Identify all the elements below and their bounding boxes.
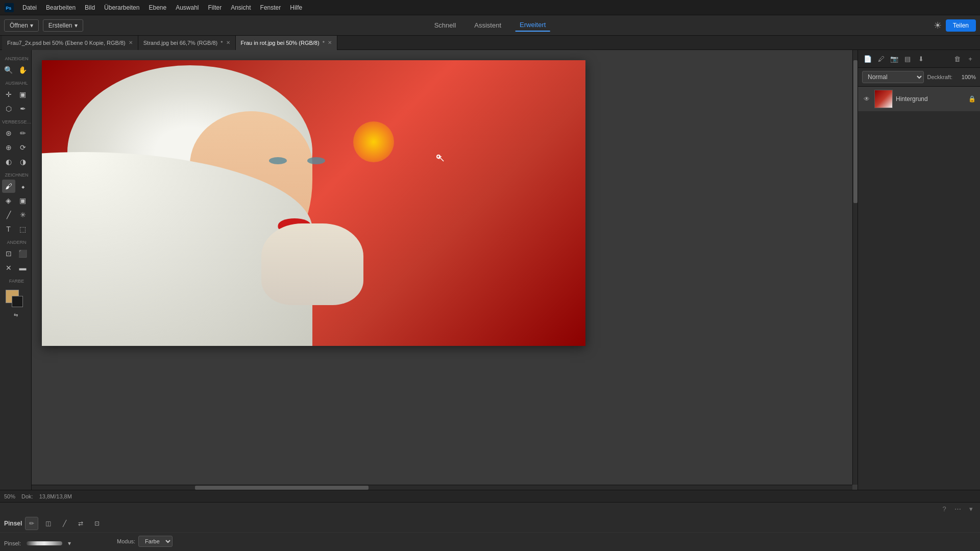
lock-icon[interactable]: 🔒 [968, 95, 976, 103]
shape-tool[interactable]: ▣ [16, 194, 30, 207]
andern-tools-row1: ⊡ ⬛ [2, 247, 30, 260]
menu-bearbeiten[interactable]: Bearbeiten [42, 2, 80, 13]
marquee-tool[interactable]: ▣ [16, 88, 30, 101]
tab-1[interactable]: Strand.jpg bei 66,7% (RGB/8) * ✕ [138, 36, 236, 50]
custom-shape-tool[interactable]: ✳ [16, 208, 30, 221]
swap-colors-icon[interactable]: ⇆ [14, 312, 18, 318]
camera-icon[interactable]: 📷 [889, 53, 900, 64]
pen-selection-tool[interactable]: ✒ [16, 102, 30, 115]
tab-0-close[interactable]: ✕ [129, 40, 133, 45]
nav-erweitert[interactable]: Erweitert [516, 19, 550, 32]
blend-mode-select[interactable]: Normal [862, 71, 924, 83]
nav-assistent[interactable]: Assistent [470, 19, 505, 31]
sun-moon-icon[interactable]: ☀ [934, 20, 942, 31]
eraser-tool[interactable]: ⬚ [16, 222, 30, 236]
left-panel: ANZEIGEN 🔍 ✋ AUSWAHL ✛ ▣ ⬡ ✒ VERBESSE… ⊛… [0, 50, 32, 490]
menu-filter[interactable]: Filter [204, 2, 226, 13]
stamp-tool[interactable]: ⟳ [16, 141, 30, 154]
new-layer-doc-icon[interactable]: 📄 [862, 53, 873, 64]
lasso-tool[interactable]: ⬡ [2, 102, 15, 115]
share-button[interactable]: Teilen [946, 19, 976, 32]
layers-icon-btn[interactable]: ▤ [902, 53, 913, 64]
collapse-icon[interactable]: ▾ [966, 504, 976, 514]
tab-1-close[interactable]: ✕ [226, 40, 230, 45]
tab-2[interactable]: Frau in rot.jpg bei 50% (RGB/8) * ✕ [236, 36, 337, 50]
tab-2-label: Frau in rot.jpg bei 50% (RGB/8) [241, 40, 320, 46]
menu-hilfe[interactable]: Hilfe [286, 2, 306, 13]
tab-0-label: Frau7_2x.psd bei 50% (Ebene 0 Kopie, RGB… [7, 40, 126, 46]
hand-tool[interactable]: ✋ [16, 63, 30, 77]
brush-dropdown-icon[interactable]: ▾ [68, 540, 71, 547]
modus-label: Modus: [117, 538, 135, 544]
more-options-icon[interactable]: ⋯ [952, 504, 963, 514]
create-button[interactable]: Erstellen ▾ [43, 19, 83, 32]
transform-tool[interactable]: ⬛ [16, 247, 30, 260]
zeichnen-tools-row2: ◈ ▣ [2, 194, 30, 207]
horizontal-scrollbar[interactable] [32, 485, 852, 490]
brush-mode-normal[interactable]: ✏ [25, 517, 38, 530]
open-button[interactable]: Öffnen ▾ [4, 19, 39, 32]
brush-mode-erase[interactable]: ◫ [41, 517, 55, 530]
fill-tool[interactable]: ◈ [2, 194, 15, 207]
dodge-tool[interactable]: ◐ [2, 155, 15, 168]
move-tool[interactable]: ✛ [2, 88, 15, 101]
brush-tool[interactable]: ✏ [16, 127, 30, 140]
layer-visibility-eye[interactable]: 👁 [862, 94, 871, 104]
zoom-level: 50% [4, 493, 15, 499]
layer-row[interactable]: 👁 Hintergrund 🔒 [858, 87, 980, 111]
blur-tool[interactable]: ◑ [16, 155, 30, 168]
nav-schnell[interactable]: Schnell [430, 19, 460, 31]
canvas-image[interactable]: ↖ [42, 60, 585, 346]
background-color[interactable] [12, 296, 23, 307]
menu-ueberarbeiten[interactable]: Überarbeiten [100, 2, 143, 13]
section-verbesse: VERBESSE… [0, 119, 31, 124]
eyes-area [269, 157, 356, 167]
section-farbe: FARBE [0, 279, 31, 284]
add-layer-icon[interactable]: + [965, 53, 976, 64]
svg-text:Ps: Ps [6, 5, 11, 10]
brush-mode-replace[interactable]: ⇄ [74, 517, 87, 530]
menu-ansicht[interactable]: Ansicht [227, 2, 255, 13]
app-icon: Ps [4, 3, 14, 13]
tab-2-close[interactable]: ✕ [328, 40, 332, 45]
doc-size-value: 13,8M/13,8M [39, 493, 72, 499]
download-icon[interactable]: ⬇ [915, 53, 926, 64]
scrollbar-thumb-h[interactable] [195, 486, 369, 490]
tabs-bar: Frau7_2x.psd bei 50% (Ebene 0 Kopie, RGB… [0, 36, 980, 50]
clone-tool[interactable]: ⊕ [2, 141, 15, 154]
section-zeichnen: ZEICHNEN [0, 172, 31, 178]
menu-fenster[interactable]: Fenster [256, 2, 285, 13]
paintbrush-tool[interactable]: 🖌 [2, 180, 15, 193]
trash-icon[interactable]: 🗑 [951, 53, 963, 64]
spot-healing-tool[interactable]: ⊛ [2, 127, 15, 140]
toolbar-left: Öffnen ▾ Erstellen ▾ [4, 19, 83, 32]
menu-ebene[interactable]: Ebene [144, 2, 170, 13]
ruler-tool[interactable]: ✕ [2, 261, 15, 274]
vertical-scrollbar[interactable] [852, 50, 857, 485]
note-tool[interactable]: ▬ [16, 261, 30, 274]
toolbar-right: ☀ Teilen [934, 19, 976, 32]
canvas-area[interactable]: ↖ [32, 50, 857, 490]
gradient-tool[interactable]: ⬥ [16, 180, 30, 193]
scrollbar-thumb-v[interactable] [853, 60, 857, 203]
zoom-tool[interactable]: 🔍 [2, 63, 15, 77]
brush-mode-guide[interactable]: ╱ [58, 517, 71, 530]
menu-bild[interactable]: Bild [81, 2, 99, 13]
tool-options-body: Pinsel: ▾ Größe: 93 Px Deckk.: [0, 533, 980, 551]
pen-icon[interactable]: 🖊 [875, 53, 887, 64]
tool-options-header: Pinsel ✏ ◫ ╱ ⇄ ⊡ [0, 515, 980, 533]
tab-0[interactable]: Frau7_2x.psd bei 50% (Ebene 0 Kopie, RGB… [2, 36, 138, 50]
crop-tool[interactable]: ⊡ [2, 247, 15, 260]
modus-select[interactable]: Farbe [138, 536, 173, 547]
line-tool[interactable]: ╱ [2, 208, 15, 221]
menu-auswahl[interactable]: Auswahl [172, 2, 203, 13]
zeichnen-tools-row3: ╱ ✳ [2, 208, 30, 221]
text-tool[interactable]: T [2, 222, 15, 236]
toolbar-center: Schnell Assistent Erweitert [430, 19, 550, 32]
brush-mode-extra[interactable]: ⊡ [90, 517, 104, 530]
gloved-hands [261, 223, 363, 305]
tab-1-label: Strand.jpg bei 66,7% (RGB/8) [143, 40, 218, 46]
menu-datei[interactable]: Datei [18, 2, 41, 13]
help-icon[interactable]: ? [939, 504, 949, 514]
brush-preview[interactable] [24, 536, 65, 551]
